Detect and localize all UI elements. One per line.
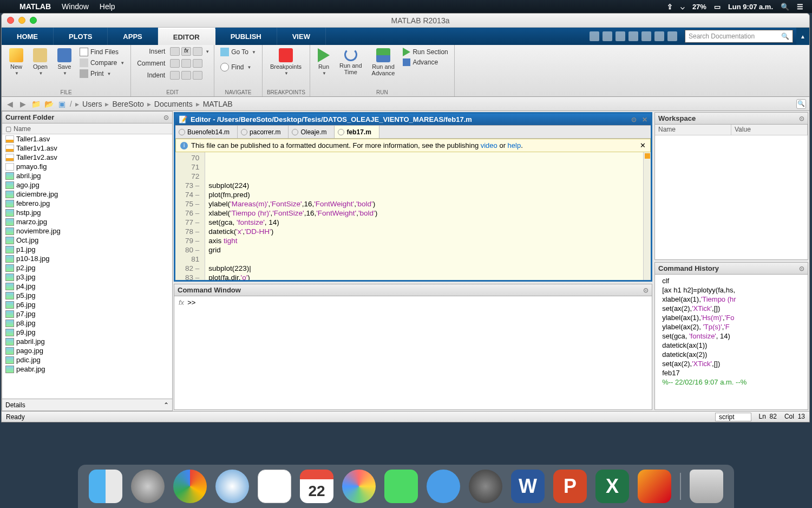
history-line[interactable]: datetick(ax(1)) [658, 341, 804, 350]
clock[interactable]: Lun 9:07 a.m. [728, 3, 773, 11]
file-item[interactable]: p7.jpg [2, 309, 172, 318]
menu-help[interactable]: Help [100, 2, 115, 11]
history-line[interactable]: set(gca, 'fontsize', 14) [658, 332, 804, 341]
menu-icon[interactable]: ☰ [797, 3, 803, 11]
dropbox-icon[interactable]: ⇪ [667, 3, 673, 11]
file-item[interactable]: abril.jpg [2, 171, 172, 180]
dock-powerpoint-icon[interactable]: P [553, 470, 587, 503]
insert-section-icon[interactable] [170, 47, 180, 56]
history-line[interactable]: xlabel(ax(1),'Tiempo (hr [658, 295, 804, 304]
history-line[interactable]: %-- 22/02/16 9:07 a.m. --% [658, 378, 804, 387]
qat-help-icon[interactable] [667, 31, 677, 41]
collapse-toolstrip-icon[interactable]: ▲ [796, 28, 809, 45]
panel-menu-icon[interactable]: ⊙ [799, 115, 804, 122]
crumb-beresoto[interactable]: BereSoto [112, 100, 143, 108]
compare-button[interactable]: Compare▼ [78, 58, 126, 68]
insert-fx-icon[interactable]: fx [181, 47, 191, 56]
file-item[interactable]: p5.jpg [2, 291, 172, 300]
comment-remove-icon[interactable] [181, 59, 191, 68]
history-line[interactable]: feb17 [658, 369, 804, 378]
print-button[interactable]: Print▼ [78, 69, 126, 79]
file-item[interactable]: p1.jpg [2, 245, 172, 254]
comment-wrap-icon[interactable] [193, 59, 202, 68]
dock-settings-icon[interactable] [469, 470, 502, 503]
history-line[interactable]: clf [658, 277, 804, 286]
panel-menu-icon[interactable]: ⊙ [643, 286, 649, 294]
run-section-button[interactable]: Run Section [401, 47, 449, 57]
tab-editor[interactable]: EDITOR [158, 28, 215, 45]
file-item[interactable]: peabr.jpg [2, 364, 172, 374]
file-item[interactable]: hstp.jpg [2, 208, 172, 217]
code-area[interactable]: 707172737475767778798081828384858687 sub… [175, 152, 651, 280]
fx-icon[interactable]: fx [179, 298, 184, 407]
qat-undo-icon[interactable] [641, 31, 651, 41]
app-name[interactable]: MATLAB [19, 2, 51, 11]
open-button[interactable]: Open▼ [30, 47, 51, 77]
save-button[interactable]: Save▼ [54, 47, 75, 77]
qat-paste-icon[interactable] [628, 31, 638, 41]
help-link[interactable]: help [508, 141, 521, 149]
history-line[interactable]: set(ax(2),'XTick',[]) [658, 304, 804, 314]
tab-plots[interactable]: PLOTS [54, 28, 108, 45]
dock-finder-icon[interactable] [89, 470, 122, 503]
editor-tab[interactable]: Buenofeb14.m [175, 126, 238, 138]
crumb-documents[interactable]: Documents [154, 100, 193, 108]
find-button[interactable]: Find▼ [219, 62, 258, 72]
ws-name-col[interactable]: Name [655, 125, 731, 135]
file-item[interactable]: p8.jpg [2, 318, 172, 328]
dock-launchpad-icon[interactable] [131, 470, 165, 503]
tab-view[interactable]: VIEW [277, 28, 326, 45]
browse-icon[interactable]: 📂 [44, 99, 54, 109]
file-list[interactable]: Taller1.asvTaller1v1.asvTaller1v2.asvpma… [2, 134, 172, 399]
search-input[interactable]: Search Documentation 🔍 [685, 30, 793, 43]
qat-cut-icon[interactable] [603, 31, 612, 41]
file-item[interactable]: Taller1v2.asv [2, 153, 172, 162]
history-line[interactable]: datetick(ax(2)) [658, 350, 804, 360]
crumb-users[interactable]: Users [82, 100, 102, 108]
menu-window[interactable]: Window [62, 2, 89, 11]
dock-trash-icon[interactable] [690, 470, 723, 503]
file-item[interactable]: Taller1.asv [2, 134, 172, 144]
editor-close-icon[interactable]: ✕ [642, 116, 647, 123]
code-minimap[interactable] [643, 152, 651, 280]
file-item[interactable]: p4.jpg [2, 282, 172, 291]
tab-home[interactable]: HOME [2, 28, 54, 45]
file-item[interactable]: pabril.jpg [2, 337, 172, 346]
history-line[interactable]: ylabel(ax(2), 'Tp(s)','F [658, 323, 804, 332]
panel-menu-icon[interactable]: ⊙ [163, 114, 169, 121]
ws-value-col[interactable]: Value [731, 125, 808, 135]
dock-facetime-icon[interactable] [384, 470, 418, 503]
file-item[interactable]: p2.jpg [2, 263, 172, 272]
details-label[interactable]: Details [5, 401, 25, 409]
dock-chrome-icon[interactable] [173, 470, 207, 503]
editor-tab[interactable]: pacorrer.m [238, 126, 289, 138]
minimize-icon[interactable] [18, 17, 25, 24]
dock-photos-icon[interactable] [342, 470, 376, 503]
dock-excel-icon[interactable]: X [595, 470, 629, 503]
dock-appstore-icon[interactable] [427, 470, 460, 503]
workspace-body[interactable] [655, 135, 808, 259]
file-item[interactable]: Taller1v1.asv [2, 144, 172, 153]
zoom-icon[interactable] [30, 17, 37, 24]
dock-mail-icon[interactable] [258, 470, 291, 503]
name-column[interactable]: Name [14, 125, 31, 133]
history-line[interactable]: set(ax(2),'XTick',[]) [658, 360, 804, 369]
details-expand-icon[interactable]: ⌃ [163, 401, 169, 409]
file-item[interactable]: pago.jpg [2, 346, 172, 355]
path-search-icon[interactable]: 🔍 [796, 99, 806, 109]
infobar-close-icon[interactable]: ✕ [640, 141, 646, 149]
file-item[interactable]: febrero.jpg [2, 199, 172, 208]
file-item[interactable]: pmayo.fig [2, 162, 172, 171]
file-item[interactable]: ago.jpg [2, 180, 172, 190]
indent-dec-icon[interactable] [181, 71, 191, 80]
back-icon[interactable]: ◀ [5, 99, 15, 109]
insert-more-icon[interactable] [193, 47, 202, 56]
dock-safari-icon[interactable] [215, 470, 249, 503]
command-history-body[interactable]: clf [ax h1 h2]=plotyy(fa,hs, xlabel(ax(1… [655, 275, 808, 409]
find-files-button[interactable]: Find Files [78, 47, 126, 57]
run-advance-button[interactable]: Run and Advance [369, 47, 398, 77]
dock-matlab-icon[interactable] [638, 470, 671, 503]
file-item[interactable]: pdic.jpg [2, 355, 172, 364]
qat-redo-icon[interactable] [654, 31, 664, 41]
close-icon[interactable] [7, 17, 14, 24]
